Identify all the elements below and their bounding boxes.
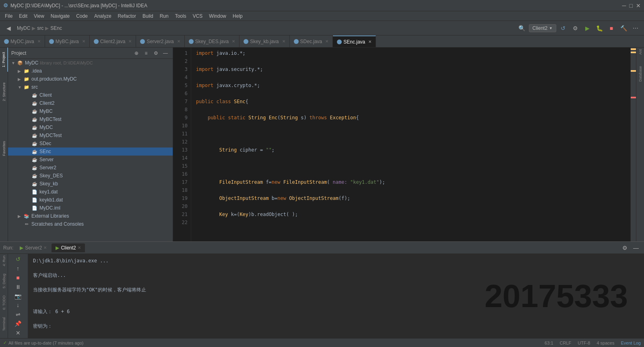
menu-edit[interactable]: Edit xyxy=(16,12,31,20)
tree-item-skey-des[interactable]: ☕ Skey_DES xyxy=(8,172,173,180)
breadcrumb-mydc[interactable]: MyDC xyxy=(17,25,30,31)
tab-server2-run[interactable]: ▶ Server2 ✕ xyxy=(16,243,51,252)
maximize-button[interactable]: □ xyxy=(630,2,633,9)
editor-content[interactable]: 12345 678910 1112131415 1617181920 2122 … xyxy=(173,48,636,241)
tree-item-mybc[interactable]: ☕ MyBC xyxy=(8,107,173,115)
tree-item-mydc-class[interactable]: ☕ MyDC xyxy=(8,123,173,131)
project-tab[interactable]: 1: Project xyxy=(0,48,8,72)
tree-item-idea[interactable]: ▶ 📁 .idea xyxy=(8,67,173,75)
todo-sidebar-tab[interactable]: 6: TODO xyxy=(0,294,8,312)
scroll-down-button[interactable]: ↓ xyxy=(13,301,23,309)
minimize-button[interactable]: ─ xyxy=(622,2,626,9)
tab-close-icon[interactable]: ✕ xyxy=(232,39,235,44)
collapse-button[interactable]: ≡ xyxy=(142,49,150,57)
code-editor[interactable]: import java.io.*;import java.security.*;… xyxy=(191,48,630,241)
menu-code[interactable]: Code xyxy=(73,12,91,20)
tab-sdec[interactable]: SDec.java ✕ xyxy=(290,35,333,48)
tree-item-iml[interactable]: 📄 MyDC.iml xyxy=(8,204,173,212)
close-run-button[interactable]: ✕ xyxy=(13,329,23,337)
tree-item-scratches[interactable]: ✏ Scratches and Consoles xyxy=(8,220,173,228)
menu-analyze[interactable]: Analyze xyxy=(91,12,115,20)
menu-build[interactable]: Build xyxy=(139,12,157,20)
rerun-button[interactable]: ↺ xyxy=(13,256,23,263)
menu-view[interactable]: View xyxy=(31,12,47,20)
tree-item-skey-kb[interactable]: ☕ Skey_kb xyxy=(8,180,173,188)
line-ending[interactable]: CRLF xyxy=(560,341,572,345)
menu-refactor[interactable]: Refactor xyxy=(115,12,139,20)
tab-mydc[interactable]: MyDC.java ✕ xyxy=(0,35,45,48)
breadcrumb-senc[interactable]: SEnc xyxy=(50,25,62,31)
locate-button[interactable]: ⊕ xyxy=(132,49,140,57)
more-button[interactable]: ⋯ xyxy=(630,23,641,33)
minimize-panel-button[interactable]: — xyxy=(161,49,169,57)
tree-item-keykb1[interactable]: 📄 keykb1.dat xyxy=(8,196,173,204)
favorites-tab[interactable]: Favorites xyxy=(0,136,8,160)
stop-run-button[interactable]: ■ xyxy=(13,274,23,282)
tab-close-icon[interactable]: ✕ xyxy=(43,245,47,250)
tree-item-mybctest[interactable]: ☕ MyBCTest xyxy=(8,115,173,123)
close-button[interactable]: ✕ xyxy=(636,2,641,9)
tab-close-icon[interactable]: ✕ xyxy=(282,39,285,44)
ant-tab[interactable]: Ant xyxy=(637,48,644,56)
settings-button[interactable]: ⚙ xyxy=(570,23,580,33)
structure-tab[interactable]: 2: Structure xyxy=(0,80,8,104)
tree-item-server2[interactable]: ☕ Server2 xyxy=(8,164,173,172)
pin-button[interactable]: 📌 xyxy=(13,320,23,327)
indent-info[interactable]: 4 spaces xyxy=(597,341,614,345)
tab-client2-run[interactable]: ▶ Client2 ✕ xyxy=(52,243,85,252)
debug-sidebar-tab[interactable]: 5: Debug xyxy=(0,272,8,290)
search-button[interactable]: 🔍 xyxy=(517,23,527,33)
tab-server2[interactable]: Server2.java ✕ xyxy=(136,35,184,48)
tree-item-server[interactable]: ☕ Server xyxy=(8,156,173,164)
tree-item-mydctest[interactable]: ☕ MyDCTest xyxy=(8,131,173,139)
tab-skey-kb[interactable]: Skey_kb.java ✕ xyxy=(239,35,289,48)
tab-skey-des[interactable]: Skey_DES.java ✕ xyxy=(185,35,239,48)
tree-item-key1[interactable]: 📄 key1.dat xyxy=(8,188,173,196)
pause-button[interactable]: ⏸ xyxy=(13,283,23,291)
tree-item-ext-libs[interactable]: ▶ 📚 External Libraries xyxy=(8,212,173,220)
tab-client2[interactable]: Client2.java ✕ xyxy=(90,35,136,48)
tree-item-out[interactable]: ▶ 📁 out.production.MyDC xyxy=(8,75,173,83)
tab-close-icon[interactable]: ✕ xyxy=(128,39,132,44)
menu-help[interactable]: Help xyxy=(229,12,246,20)
tree-item-client[interactable]: ☕ Client xyxy=(8,91,173,99)
tab-close-icon[interactable]: ✕ xyxy=(325,39,328,44)
encoding[interactable]: UTF-8 xyxy=(578,341,590,345)
breadcrumb-src[interactable]: src xyxy=(37,25,43,31)
tree-item-sdec[interactable]: ☕ SDec xyxy=(8,139,173,148)
menu-window[interactable]: Window xyxy=(206,12,229,20)
panel-minimize-icon[interactable]: — xyxy=(631,243,641,253)
database-tab[interactable]: Database xyxy=(637,64,644,83)
refresh-button[interactable]: ↺ xyxy=(558,23,568,33)
tree-item-senc[interactable]: ☕ SEnc xyxy=(8,148,173,156)
tab-close-icon[interactable]: ✕ xyxy=(37,39,41,44)
screenshot-button[interactable]: 📷 xyxy=(13,292,23,300)
cursor-position[interactable]: 63:1 xyxy=(545,341,553,345)
event-log[interactable]: Event Log xyxy=(621,341,641,345)
tab-mybc[interactable]: MyBC.java ✕ xyxy=(45,35,90,48)
menu-vcs[interactable]: VCS xyxy=(190,12,206,20)
tree-item-src[interactable]: ▼ 📁 src xyxy=(8,83,173,91)
scroll-up-button[interactable]: ↑ xyxy=(13,265,23,272)
terminal-sidebar-tab[interactable]: Terminal xyxy=(0,316,8,332)
wrap-button[interactable]: ⇌ xyxy=(13,311,23,318)
menu-navigate[interactable]: Navigate xyxy=(47,12,73,20)
debug-button[interactable]: 🐛 xyxy=(594,23,605,33)
run-config-dropdown[interactable]: Client2 ▼ xyxy=(529,24,556,32)
menu-tools[interactable]: Tools xyxy=(172,12,190,20)
tab-close-icon[interactable]: ✕ xyxy=(82,39,85,44)
run-button[interactable]: ▶ xyxy=(582,23,592,33)
settings-icon[interactable]: ⚙ xyxy=(152,49,160,57)
tab-senc[interactable]: SEnc.java ✕ xyxy=(333,35,376,48)
tree-item-client2[interactable]: ☕ Client2 xyxy=(8,99,173,107)
back-button[interactable]: ◀ xyxy=(3,23,14,33)
panel-settings-icon[interactable]: ⚙ xyxy=(620,243,630,253)
run-sidebar-tab[interactable]: 4: Run xyxy=(0,254,8,268)
menu-run[interactable]: Run xyxy=(157,12,172,20)
menu-file[interactable]: File xyxy=(2,12,16,20)
stop-button[interactable]: ■ xyxy=(606,23,617,33)
tab-close-icon[interactable]: ✕ xyxy=(177,39,180,44)
tree-item-mydc-root[interactable]: ▼ 📦 MyDC library root, D:\IDEA\MyDC xyxy=(8,59,173,67)
build-button[interactable]: 🔨 xyxy=(618,23,629,33)
tab-close-icon[interactable]: ✕ xyxy=(368,39,372,44)
